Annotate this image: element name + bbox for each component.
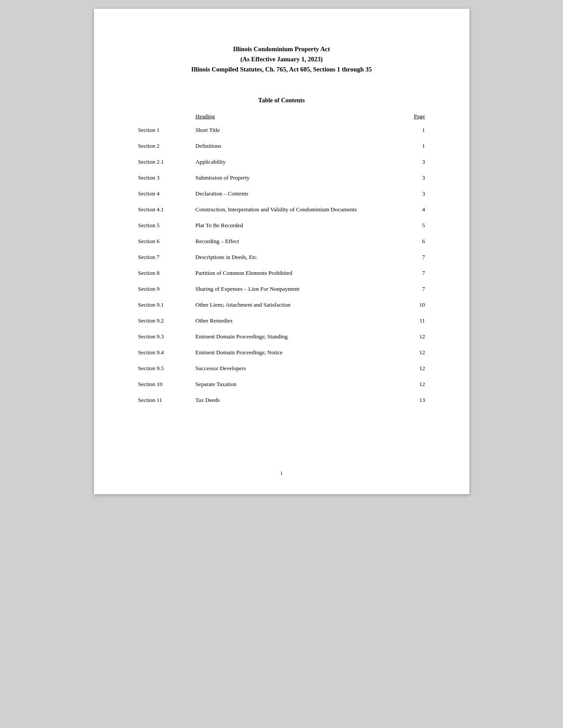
- toc-heading: Partition of Common Elements Prohibited: [191, 269, 403, 277]
- title-line-2: (As Effective January 1, 2023): [138, 54, 425, 64]
- toc-rows: Section 1Short Title1Section 2Definition…: [138, 124, 425, 409]
- document-title: Illinois Condominium Property Act (As Ef…: [138, 44, 425, 75]
- table-row: Section 1Short Title1: [138, 124, 425, 139]
- col-section-spacer: [138, 113, 191, 120]
- col-page-label: Page: [403, 113, 425, 120]
- toc-page: 1: [403, 126, 425, 134]
- toc-heading: Successor Developers: [191, 364, 403, 372]
- toc-section: Section 3: [138, 174, 191, 181]
- toc-page: 7: [403, 253, 425, 261]
- toc-page: 10: [403, 301, 425, 308]
- table-row: Section 4.1Construction, Interpretation …: [138, 203, 425, 219]
- table-row: Section 3Submission of Property3: [138, 171, 425, 187]
- toc-heading: Submission of Property: [191, 174, 403, 182]
- document-page: Illinois Condominium Property Act (As Ef…: [94, 9, 469, 494]
- toc-section: Section 9.2: [138, 317, 191, 324]
- table-row: Section 2.1Applicability3: [138, 155, 425, 171]
- toc-heading: Plat To Be Recorded: [191, 221, 403, 229]
- toc-heading: Separate Taxation: [191, 380, 403, 388]
- table-row: Section 9.4Eminent Domain Proceedings; N…: [138, 346, 425, 362]
- toc-section: Section 9.1: [138, 301, 191, 308]
- toc-heading: Tax Deeds: [191, 396, 403, 404]
- toc-page: 1: [403, 142, 425, 150]
- toc-page: 12: [403, 380, 425, 388]
- toc-section: Section 2.1: [138, 158, 191, 165]
- table-row: Section 4Declaration – Contents3: [138, 187, 425, 203]
- toc-heading: Definitions: [191, 142, 403, 150]
- table-row: Section 8Partition of Common Elements Pr…: [138, 266, 425, 282]
- toc-section: Section 2: [138, 142, 191, 150]
- toc-heading: Eminent Domain Proceedings; Notice: [191, 349, 403, 356]
- toc-page: 3: [403, 190, 425, 197]
- toc-heading: Recording – Effect: [191, 237, 403, 245]
- col-heading-label: Heading: [191, 113, 403, 120]
- toc-section: Section 5: [138, 221, 191, 229]
- toc-page: 7: [403, 269, 425, 277]
- table-row: Section 9.3Eminent Domain Proceedings; S…: [138, 330, 425, 346]
- table-row: Section 9Sharing of Expenses – Lien For …: [138, 282, 425, 298]
- toc-heading: Descriptions in Deeds, Etc.: [191, 253, 403, 261]
- toc-page: 3: [403, 174, 425, 181]
- toc-heading: Short Title: [191, 126, 403, 134]
- toc-heading: Construction, Interpretation and Validit…: [191, 206, 403, 214]
- table-row: Section 9.5Successor Developers12: [138, 362, 425, 378]
- toc-page: 12: [403, 333, 425, 340]
- toc-section: Section 7: [138, 253, 191, 261]
- toc-heading: Sharing of Expenses – Lien For Nonpaymen…: [191, 285, 403, 293]
- toc-page: 5: [403, 221, 425, 229]
- page-number: i: [94, 469, 469, 477]
- table-row: Section 2Definitions1: [138, 139, 425, 155]
- toc-page: 3: [403, 158, 425, 165]
- toc-page: 6: [403, 237, 425, 245]
- toc-section: Section 4: [138, 190, 191, 197]
- toc-page: 12: [403, 349, 425, 356]
- table-row: Section 10Separate Taxation12: [138, 378, 425, 394]
- toc-section: Section 6: [138, 237, 191, 245]
- toc-page: 11: [403, 317, 425, 324]
- title-line-3: Illinois Compiled Statutes, Ch. 765, Act…: [138, 64, 425, 75]
- table-row: Section 5Plat To Be Recorded5: [138, 219, 425, 235]
- table-row: Section 9.1Other Liens; Attachment and S…: [138, 298, 425, 314]
- table-row: Section 6Recording – Effect6: [138, 235, 425, 251]
- toc-section: Section 4.1: [138, 206, 191, 213]
- toc-section: Section 9.4: [138, 349, 191, 356]
- table-row: Section 11Tax Deeds13: [138, 394, 425, 409]
- toc-section: Section 10: [138, 380, 191, 388]
- toc-heading: Applicability: [191, 158, 403, 166]
- toc-section: Section 1: [138, 126, 191, 134]
- toc-page: 4: [403, 206, 425, 213]
- toc-heading: Other Liens; Attachment and Satisfaction: [191, 301, 403, 309]
- toc-section: Section 11: [138, 396, 191, 404]
- toc-page: 12: [403, 364, 425, 372]
- toc-heading: Eminent Domain Proceedings; Standing: [191, 333, 403, 341]
- title-line-1: Illinois Condominium Property Act: [138, 44, 425, 54]
- toc-page: 13: [403, 396, 425, 404]
- table-row: Section 9.2Other Remedies11: [138, 314, 425, 330]
- toc-title: Table of Contents: [138, 97, 425, 104]
- toc-heading: Declaration – Contents: [191, 190, 403, 198]
- toc-section: Section 8: [138, 269, 191, 277]
- toc-section: Section 9.3: [138, 333, 191, 340]
- toc-heading: Other Remedies: [191, 317, 403, 325]
- toc-page: 7: [403, 285, 425, 293]
- toc-section: Section 9.5: [138, 364, 191, 372]
- toc-header: Heading Page: [138, 113, 425, 121]
- table-row: Section 7Descriptions in Deeds, Etc.7: [138, 251, 425, 266]
- toc-section: Section 9: [138, 285, 191, 293]
